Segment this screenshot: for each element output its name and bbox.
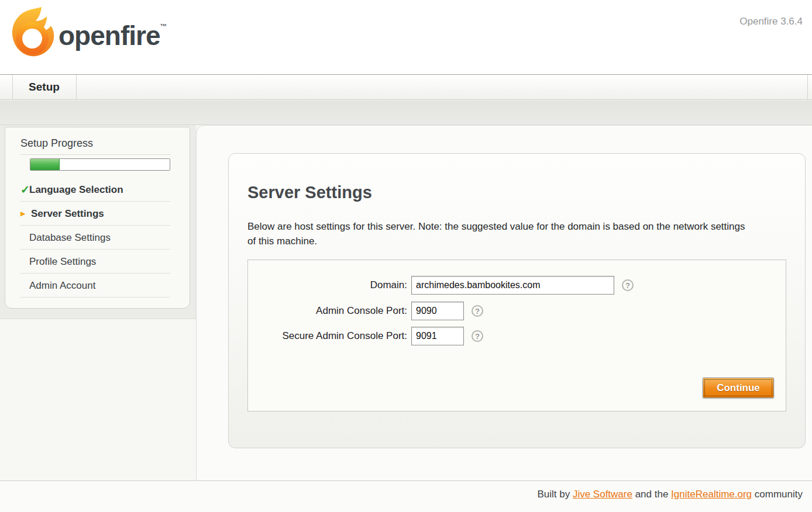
sidebar-item-label: Language Selection [29,178,123,202]
domain-input[interactable] [411,276,614,295]
form-row-domain: Domain:? [248,276,634,295]
admin-console-port-input[interactable] [411,302,464,320]
footer: Built by Jive Software and the IgniteRea… [0,480,812,512]
sub-nav-bar [0,101,812,125]
help-icon[interactable]: ? [472,330,483,342]
setup-progress-title: Setup Progress [20,137,93,150]
sidebar-item-label: Server Settings [31,202,104,226]
sidebar-item-database-settings: Database Settings [5,226,190,250]
sidebar-item-server-settings: ▶ Server Settings [5,202,190,226]
header: openfire™ Openfire 3.6.4 [0,0,812,75]
help-icon[interactable]: ? [472,305,483,317]
help-icon[interactable]: ? [622,279,634,291]
form-row-admin-console-port: Admin Console Port:? [248,302,483,320]
current-step-arrow-icon: ▶ [20,202,25,226]
footer-text: community [752,489,803,500]
sidebar-item-language-selection: ✓ Language Selection [5,178,190,202]
setup-progress-fill [30,159,60,170]
footer-text: and the [632,489,671,500]
sidebar-item-profile-settings: Profile Settings [5,250,190,274]
setup-progress-card: Setup Progress ✓ Language Selection ▶ Se… [5,127,190,309]
check-icon: ✓ [20,178,30,202]
setup-steps-list: ✓ Language Selection ▶ Server Settings D… [5,178,190,297]
admin-console-port-label: Admin Console Port: [248,302,407,320]
secure-admin-console-port-input[interactable] [411,327,464,345]
divider [20,154,171,155]
server-settings-form: Domain:? Admin Console Port:? Secure Adm… [247,260,786,411]
form-row-secure-admin-console-port: Secure Admin Console Port:? [248,327,483,345]
setup-progress-bar [30,158,170,171]
secure-admin-console-port-label: Secure Admin Console Port: [248,327,407,345]
igniterealtime-link[interactable]: IgniteRealtime.org [671,489,752,500]
brand-wordmark: openfire™ [59,20,167,51]
trademark: ™ [160,22,167,30]
page-title: Server Settings [247,183,372,202]
sidebar-item-admin-account: Admin Account [5,274,190,297]
sidebar-item-label: Database Settings [29,226,111,250]
page-description: Below are host settings for this server.… [247,219,753,248]
main-panel: Server Settings Below are host settings … [228,153,806,448]
jive-software-link[interactable]: Jive Software [573,489,632,500]
domain-label: Domain: [248,276,407,295]
sidebar-item-label: Admin Account [29,274,95,297]
tab-setup[interactable]: Setup [12,75,76,99]
openfire-logo-icon [8,4,56,62]
sidebar-item-label: Profile Settings [29,250,96,274]
tab-separator [76,75,77,99]
footer-text: Built by [537,489,572,500]
tab-bar: Setup [0,75,812,100]
tab-separator [807,75,808,99]
openfire-setup-screen: openfire™ Openfire 3.6.4 Setup Setup Pro… [0,0,812,512]
continue-button[interactable]: Continue [703,378,774,398]
version-label: Openfire 3.6.4 [739,16,803,27]
